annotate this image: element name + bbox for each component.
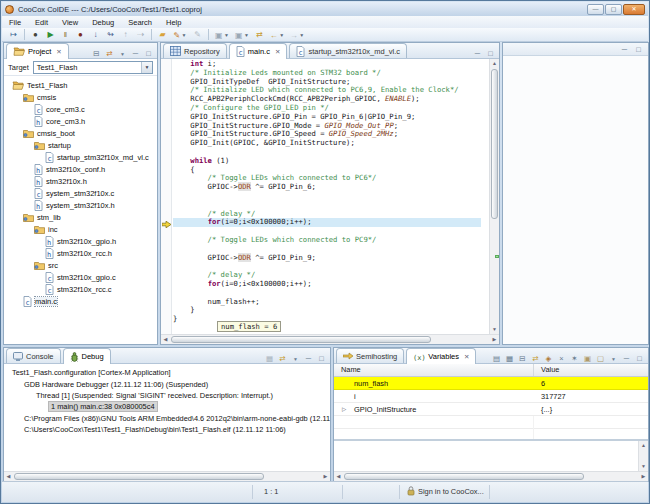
expander-icon[interactable]: ▷ [342, 406, 346, 412]
menu-view[interactable]: View [55, 18, 85, 27]
open-folder-icon[interactable]: ▰ [156, 29, 169, 41]
scroll-right-icon[interactable]: ▶ [321, 472, 330, 481]
collapse-all-icon[interactable]: ⊟ [517, 354, 528, 363]
new-view-icon[interactable]: ▣ [582, 354, 593, 363]
scrollbar-thumb[interactable] [344, 473, 584, 480]
tab-debug[interactable]: Debug [63, 348, 111, 364]
build-config-icon[interactable]: ▣ ▼ [233, 29, 251, 41]
column-name[interactable]: Name [334, 364, 534, 376]
close-icon[interactable]: ✕ [275, 48, 280, 56]
minimize-icon[interactable]: ─ [621, 354, 632, 363]
tab-repository[interactable]: Repository [163, 43, 227, 58]
scrollbar-thumb[interactable] [491, 69, 498, 219]
view-menu-icon[interactable]: ▼ [608, 356, 619, 362]
tree-item-startup[interactable]: startup [4, 139, 157, 151]
target-select[interactable]: Test1_Flash ▼ [33, 61, 153, 74]
tree-item-startup-stm32f10x-md-vl-c[interactable]: cstartup_stm32f10x_md_vl.c [4, 151, 157, 163]
instruction-step-icon[interactable]: ⇢ [134, 29, 147, 41]
maximize-icon[interactable]: □ [485, 49, 496, 58]
tree-item-inc[interactable]: inc [4, 223, 157, 235]
maximize-icon[interactable]: □ [143, 49, 154, 58]
minimize-window-button[interactable]: — [587, 4, 604, 15]
scrollbar-thumb[interactable] [171, 336, 431, 343]
back-icon[interactable]: ← ▼ [268, 29, 286, 41]
pause-icon[interactable]: ‖ [59, 29, 72, 41]
maximize-icon[interactable]: □ [634, 354, 645, 363]
pin-view-icon[interactable]: ▢ [595, 354, 606, 363]
scroll-up-icon[interactable]: ▲ [490, 59, 499, 68]
variables-horizontal-scrollbar[interactable]: ◀ ▶ [334, 471, 648, 481]
column-value[interactable]: Value [534, 364, 648, 376]
tree-item-stm32f10x-gpio-h[interactable]: hstm32f10x_gpio.h [4, 235, 157, 247]
minimize-icon[interactable]: ─ [303, 354, 314, 363]
view-menu-icon[interactable]: ▼ [290, 356, 301, 362]
tree-item-src[interactable]: src [4, 259, 157, 271]
tab-project[interactable]: Project ✕ [6, 43, 69, 59]
tree-item-cmsis[interactable]: cmsis [4, 91, 157, 103]
stop-icon[interactable]: ● [74, 29, 87, 41]
native-view-icon[interactable]: ◈ [543, 354, 554, 363]
remove-all-icon[interactable]: ✶ [569, 354, 580, 363]
tree-item-stm-lib[interactable]: stm_lib [4, 211, 157, 223]
tree-item-main-c[interactable]: cmain.c [4, 295, 157, 307]
new-config-icon[interactable]: ▣ ▼ [213, 29, 231, 41]
tree-item-test1-flash[interactable]: Test1_Flash [4, 79, 157, 91]
flash-erase-icon[interactable]: ✎ [191, 29, 204, 41]
tree-item-system-stm32f10x-c[interactable]: csystem_stm32f10x.c [4, 187, 157, 199]
variable-row-GPIO_InitStructure[interactable]: ▷GPIO_InitStructure{...} [334, 403, 648, 416]
close-icon[interactable]: ✕ [56, 48, 61, 56]
debug-tree-item[interactable]: C:\Users\CooCox\Test1\Test1_Flash\Debug\… [4, 424, 330, 435]
debug-tree-item[interactable]: Test1_Flash.configuration [Cortex-M Appl… [4, 367, 330, 378]
editor-horizontal-scrollbar[interactable]: ◀ ▶ [161, 334, 499, 344]
menu-search[interactable]: Search [121, 18, 159, 27]
last-edit-icon[interactable]: ⇄ [253, 29, 266, 41]
title-bar[interactable]: CooCox CoIDE --- C:/Users/CooCox/Test1/T… [2, 2, 648, 16]
scroll-left-icon[interactable]: ◀ [161, 335, 170, 344]
debug-config-icon[interactable]: ↦ [7, 29, 20, 41]
step-into-icon[interactable]: ↓ [89, 29, 102, 41]
debug-tree-item[interactable]: C:\Program Files (x86)\GNU Tools ARM Emb… [4, 413, 330, 424]
tab-semihosting[interactable]: Semihosting [336, 348, 404, 363]
menu-file[interactable]: File [2, 18, 28, 27]
resume-icon[interactable]: ▶ [44, 29, 57, 41]
collapse-all-icon[interactable]: ⊟ [91, 49, 102, 58]
tree-item-stm32f10x-rcc-c[interactable]: cstm32f10x_rcc.c [4, 283, 157, 295]
chevron-down-icon[interactable]: ▼ [141, 62, 152, 73]
refresh-icon[interactable]: ⇄ [277, 354, 288, 363]
tab-console[interactable]: Console [6, 348, 61, 363]
refresh-icon[interactable]: ⇄ [530, 354, 541, 363]
scroll-right-icon[interactable]: ▶ [490, 335, 499, 344]
tree-item-core-cm3-h[interactable]: hcore_cm3.h [4, 115, 157, 127]
menu-debug[interactable]: Debug [85, 18, 121, 27]
maximize-icon[interactable]: □ [316, 354, 327, 363]
scroll-right-icon[interactable]: ▶ [639, 472, 648, 481]
variable-row-num_flash[interactable]: num_flash6 [334, 377, 648, 390]
remove-icon[interactable]: × [556, 354, 567, 363]
scroll-left-icon[interactable]: ◀ [4, 472, 13, 481]
scroll-left-icon[interactable]: ◀ [334, 472, 343, 481]
tree-item-stm32f10x-rcc-h[interactable]: hstm32f10x_rcc.h [4, 247, 157, 259]
minimize-icon[interactable]: ─ [130, 49, 141, 58]
maximize-icon[interactable]: □ [633, 45, 644, 54]
show-type-names-icon[interactable]: ▤ [491, 354, 502, 363]
editor-vertical-scrollbar[interactable]: ▲ ▼ [489, 59, 499, 334]
debug-tree-item[interactable]: GDB Hardware Debugger (12.11.12 11:06) (… [4, 378, 330, 389]
tree-item-stm32f10x-h[interactable]: hstm32f10x.h [4, 175, 157, 187]
step-return-icon[interactable]: ↑ [119, 29, 132, 41]
forward-icon[interactable]: → ▼ [288, 29, 306, 41]
scroll-down-icon[interactable]: ▼ [490, 325, 499, 334]
variable-row-i[interactable]: i317727 [334, 390, 648, 403]
terminate-icon[interactable]: ● [29, 29, 42, 41]
minimize-icon[interactable]: ─ [472, 49, 483, 58]
variable-detail-pane[interactable]: ▲ ▼ [334, 439, 648, 471]
stack-frame-selected[interactable]: 1 main() main.c:38 0x080005c4 [4, 401, 330, 412]
view-menu-icon[interactable]: ▼ [117, 51, 128, 57]
editor-body[interactable]: int i; /* Initialize Leds mounted on STM… [161, 59, 499, 344]
tree-item-cmsis-boot[interactable]: cmsis_boot [4, 127, 157, 139]
tree-item-stm32f10x-conf-h[interactable]: hstm32f10x_conf.h [4, 163, 157, 175]
remove-launches-icon[interactable]: ▦ [264, 354, 275, 363]
code-area[interactable]: int i; /* Initialize Leds mounted on STM… [173, 59, 481, 334]
tab-startup-stm32f10x-md-vl-c[interactable]: cstartup_stm32f10x_md_vl.c [289, 43, 407, 58]
add-global-variables-icon[interactable]: ▦ [504, 354, 515, 363]
menu-help[interactable]: Help [159, 18, 188, 27]
